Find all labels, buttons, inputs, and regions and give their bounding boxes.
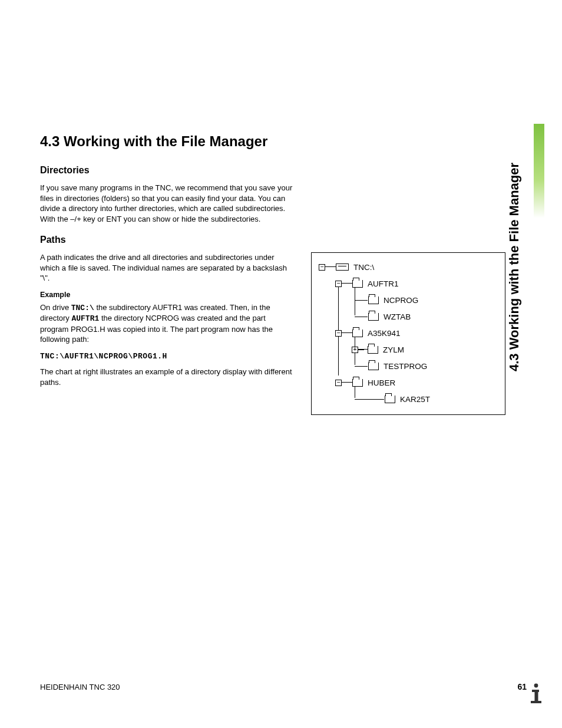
svg-rect-3 <box>531 701 541 703</box>
tree-row-ncprog: NCPROG <box>319 292 498 308</box>
drive-icon <box>336 263 349 271</box>
para-example: On drive TNC:\ the subdirectory AUFTR1 w… <box>40 302 293 345</box>
tree-label-root: TNC:\ <box>353 263 374 272</box>
toggle-minus-icon: − <box>335 380 342 386</box>
tree-inner: − TNC:\ − AUFTR1 <box>319 259 498 407</box>
info-icon <box>523 680 549 706</box>
tree-line <box>358 349 368 350</box>
folder-icon <box>352 379 363 387</box>
svg-rect-2 <box>535 690 538 701</box>
folder-icon <box>385 396 395 403</box>
path-code: TNC:\AUFTR1\NCPROG\PROG1.H <box>40 352 293 361</box>
tree-label-ncprog: NCPROG <box>384 296 418 305</box>
column-left: A path indicates the drive and all direc… <box>40 252 293 394</box>
tree-label-a35k941: A35K941 <box>368 329 401 338</box>
side-tab: 4.3 Working with the File Manager <box>522 124 544 371</box>
tree-row-testprog: TESTPROG <box>319 358 498 374</box>
tree-line <box>355 317 368 317</box>
tree-row-zylm: + ZYLM <box>319 341 498 358</box>
toggle-minus-icon: − <box>319 264 325 271</box>
section-title: 4.3 Working with the File Manager <box>40 133 505 150</box>
folder-icon <box>368 363 379 370</box>
para-directories: If you save many programs in the TNC, we… <box>40 183 293 224</box>
tree-line <box>342 283 352 284</box>
tree-line <box>355 399 384 400</box>
folder-icon <box>352 330 363 337</box>
side-tab-text: 4.3 Working with the File Manager <box>507 124 522 371</box>
para-paths-intro: A path indicates the drive and all direc… <box>40 252 293 284</box>
page: 4.3 Working with the File Manager 4.3 Wo… <box>0 0 562 728</box>
tree-row-wztab: WZTAB <box>319 308 498 325</box>
footer-left: HEIDENHAIN TNC 320 <box>40 683 120 691</box>
folder-icon <box>368 297 379 304</box>
two-column-row: A path indicates the drive and all direc… <box>40 252 505 415</box>
content-area: 4.3 Working with the File Manager Direct… <box>40 133 505 415</box>
tree-label-auftr1: AUFTR1 <box>368 279 399 288</box>
tree-line <box>342 382 352 383</box>
svg-point-0 <box>534 684 538 688</box>
tree-line <box>342 332 352 333</box>
tnc-drive-inline: TNC:\ <box>71 304 94 312</box>
tree-line <box>355 300 368 301</box>
toggle-plus-icon: + <box>352 347 358 353</box>
tree-label-huber: HUBER <box>368 378 395 387</box>
tree-label-zylm: ZYLM <box>383 345 404 354</box>
toggle-minus-icon: − <box>335 281 342 287</box>
tree-row-a35k941: − A35K941 <box>319 325 498 341</box>
tree-label-wztab: WZTAB <box>384 312 411 321</box>
folder-icon <box>368 313 379 321</box>
tree-label-testprog: TESTPROG <box>384 362 427 371</box>
para-chart-note: The chart at right illustrates an exampl… <box>40 367 293 387</box>
para-example-a: On drive <box>40 303 71 312</box>
folder-icon <box>352 280 363 288</box>
column-right: − TNC:\ − AUFTR1 <box>311 252 505 415</box>
side-tab-gradient <box>534 124 544 218</box>
tree-line <box>355 366 368 367</box>
tree-line <box>325 266 336 267</box>
auftr1-inline: AUFTR1 <box>71 314 99 323</box>
subhead-paths: Paths <box>40 235 505 245</box>
folder-icon <box>368 346 378 354</box>
directory-tree: − TNC:\ − AUFTR1 <box>311 252 505 415</box>
footer: HEIDENHAIN TNC 320 61 <box>40 682 527 691</box>
subhead-directories: Directories <box>40 165 505 176</box>
tree-row-auftr1: − AUFTR1 <box>319 275 498 292</box>
example-label: Example <box>40 291 293 299</box>
toggle-minus-icon: − <box>335 330 342 337</box>
tree-row-huber: − HUBER <box>319 374 498 391</box>
tree-row-kar25t: KAR25T <box>319 391 498 407</box>
tree-row-root: − TNC:\ <box>319 259 498 275</box>
tree-label-kar25t: KAR25T <box>400 395 430 404</box>
